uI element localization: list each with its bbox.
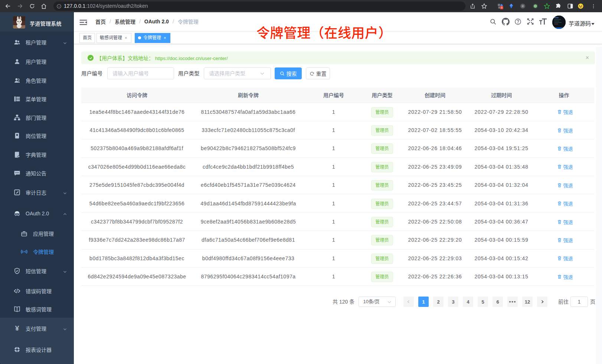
svg-text:9: 9 [501, 6, 503, 9]
